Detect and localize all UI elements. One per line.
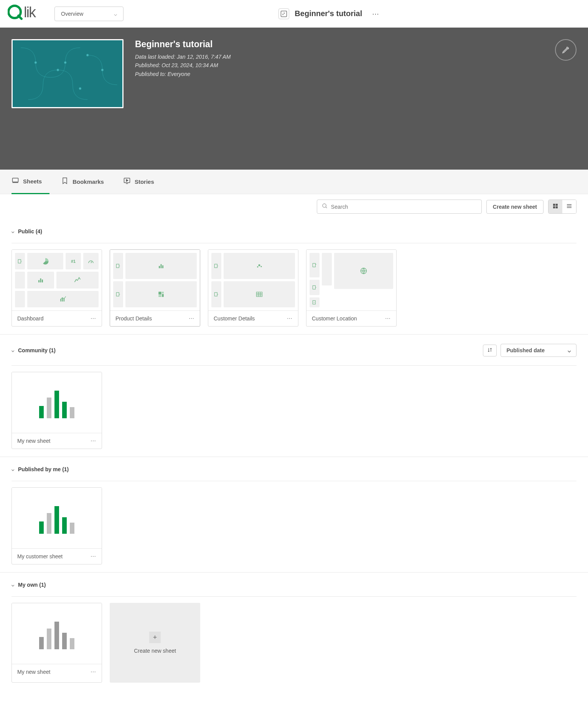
scatter-icon: [224, 253, 295, 279]
app-icon[interactable]: [278, 8, 289, 19]
tab-sheets[interactable]: Sheets: [12, 170, 49, 194]
bar-icon: [27, 272, 54, 288]
svg-point-13: [323, 204, 326, 207]
stories-icon: [123, 177, 131, 186]
svg-point-10: [79, 87, 81, 90]
kpi-icon: #1: [66, 253, 81, 269]
card-footer: My new sheet ⋯: [12, 433, 102, 449]
filter-icon: [322, 253, 332, 285]
sheets-toolbar: Create new sheet: [0, 194, 588, 219]
section-header-published-by-me[interactable]: ⌵ Published by me (1): [12, 461, 576, 478]
svg-point-36: [259, 264, 260, 266]
svg-rect-27: [161, 264, 162, 269]
svg-point-6: [64, 61, 66, 64]
card-preview: [208, 250, 298, 310]
nav-tabs: Sheets Bookmarks Stories: [0, 170, 588, 194]
section-label: Community (1): [18, 347, 56, 353]
published-text: Published: Oct 23, 2024, 10:34 AM: [135, 61, 231, 69]
svg-rect-31: [162, 292, 164, 294]
filter-icon: [113, 253, 123, 279]
filter-icon: [113, 281, 123, 307]
card-preview: [12, 603, 102, 664]
svg-rect-28: [162, 266, 163, 269]
card-more-icon[interactable]: ⋯: [91, 669, 96, 675]
sheet-card-customer-location[interactable]: Customer Location ⋯: [306, 249, 397, 327]
hero-title: Beginner's tutorial: [135, 39, 231, 50]
card-preview: [306, 250, 396, 310]
sheet-card-product-details[interactable]: Product Details ⋯: [110, 249, 200, 327]
svg-rect-15: [556, 204, 558, 206]
sheet-card-my-new-sheet-own[interactable]: My new sheet ⋯: [12, 603, 102, 683]
hero-meta: Data last loaded: Jan 12, 2016, 7:47 AM …: [135, 53, 231, 78]
more-menu-icon[interactable]: ⋯: [372, 10, 380, 18]
sheet-card-customer-details[interactable]: Customer Details ⋯: [208, 249, 298, 327]
card-more-icon[interactable]: ⋯: [91, 438, 96, 444]
create-sheet-button[interactable]: Create new sheet: [486, 200, 544, 214]
svg-rect-30: [158, 292, 161, 295]
svg-point-37: [260, 266, 262, 267]
create-new-sheet-card[interactable]: + Create new sheet: [110, 603, 200, 683]
section-header-my-own[interactable]: ⌵ My own (1): [12, 576, 576, 593]
svg-point-8: [86, 54, 89, 56]
section-header-community[interactable]: ⌵ Community (1) Published date ⌵: [12, 338, 576, 362]
tab-label: Stories: [135, 178, 154, 185]
sort-direction-button[interactable]: [483, 345, 497, 356]
svg-text:lik: lik: [24, 4, 36, 20]
card-more-icon[interactable]: ⋯: [91, 315, 96, 322]
card-more-icon[interactable]: ⋯: [287, 315, 293, 322]
edit-button[interactable]: [555, 39, 576, 61]
search-input-wrap[interactable]: [317, 200, 482, 214]
filter-icon: [310, 253, 320, 277]
view-dropdown[interactable]: Overview ⌵: [54, 7, 124, 21]
hero-panel: Beginner's tutorial Data last loaded: Ja…: [0, 28, 588, 170]
section-label: My own (1): [18, 582, 46, 588]
card-more-icon[interactable]: ⋯: [189, 315, 194, 322]
app-title: Beginner's tutorial: [295, 9, 362, 18]
chevron-down-icon: ⌵: [12, 582, 14, 587]
svg-rect-34: [214, 264, 217, 267]
section-controls: Published date ⌵: [483, 344, 576, 357]
svg-rect-21: [42, 279, 43, 282]
svg-rect-23: [62, 298, 63, 302]
app-thumbnail: [12, 39, 124, 108]
qlik-logo: lik: [8, 4, 45, 23]
sheet-card-my-new-sheet[interactable]: My new sheet ⋯: [12, 372, 102, 449]
card-title: Product Details: [115, 315, 152, 322]
card-footer: Customer Location ⋯: [306, 310, 396, 326]
card-footer: Dashboard ⋯: [12, 310, 102, 326]
app-title-group: Beginner's tutorial ⋯: [278, 8, 380, 19]
view-toggle: [548, 200, 576, 214]
card-more-icon[interactable]: ⋯: [91, 553, 96, 559]
tab-label: Bookmarks: [72, 178, 104, 185]
filter-icon: [310, 280, 320, 295]
section-label: Published by me (1): [18, 466, 69, 472]
svg-point-9: [101, 69, 104, 71]
card-title: My customer sheet: [17, 553, 63, 559]
card-footer: My new sheet ⋯: [12, 664, 102, 680]
svg-rect-29: [116, 292, 119, 296]
sheet-card-dashboard[interactable]: #1 Dashboard ⋯: [12, 249, 102, 327]
svg-rect-4: [13, 40, 122, 107]
section-header-public[interactable]: ⌵ Public (4): [12, 223, 576, 240]
tab-label: Sheets: [23, 178, 42, 185]
list-view-button[interactable]: [562, 200, 576, 213]
tab-bookmarks[interactable]: Bookmarks: [61, 170, 112, 194]
search-input[interactable]: [331, 204, 477, 210]
tab-stories[interactable]: Stories: [123, 170, 162, 194]
sheet-card-my-customer-sheet[interactable]: My customer sheet ⋯: [12, 487, 102, 564]
create-card-label: Create new sheet: [134, 648, 176, 654]
grid-view-button[interactable]: [548, 200, 562, 213]
filter-icon: [15, 291, 25, 307]
table-icon: [224, 281, 295, 307]
card-footer: Product Details ⋯: [110, 310, 200, 326]
hero-text: Beginner's tutorial Data last loaded: Ja…: [135, 39, 231, 158]
sort-label: Published date: [506, 347, 545, 353]
chevron-down-icon: ⌵: [12, 229, 14, 234]
card-more-icon[interactable]: ⋯: [385, 315, 391, 322]
section-community: ⌵ Community (1) Published date ⌵: [0, 335, 588, 457]
sort-field-dropdown[interactable]: Published date ⌵: [501, 344, 576, 357]
chevron-down-icon: ⌵: [12, 348, 14, 353]
published-to-text: Published to: Everyone: [135, 70, 231, 78]
top-bar: lik Overview ⌵ Beginner's tutorial ⋯: [0, 0, 588, 28]
bar-icon: [125, 253, 197, 279]
